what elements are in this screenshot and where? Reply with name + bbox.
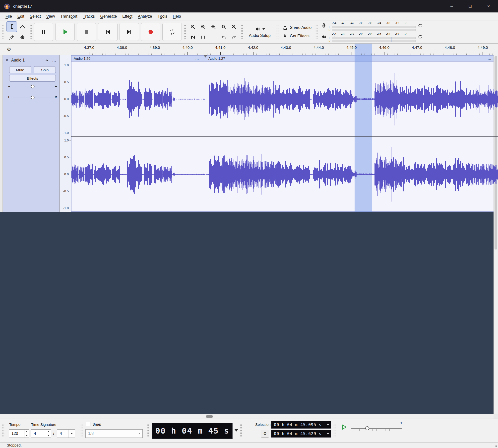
toolbar-grip[interactable] bbox=[276, 25, 279, 39]
pan-slider-thumb[interactable] bbox=[31, 96, 35, 99]
play-at-speed-button[interactable] bbox=[339, 423, 348, 431]
undo-button[interactable] bbox=[219, 32, 229, 42]
redo-button[interactable] bbox=[229, 32, 239, 42]
time-format-dropdown-icon[interactable] bbox=[235, 429, 238, 432]
horizontal-scrollbar[interactable] bbox=[0, 414, 494, 419]
zoom-toggle-button[interactable] bbox=[229, 22, 239, 32]
playback-meter[interactable]: -54-48-42-36-30-24-18-12-6 L R bbox=[321, 33, 423, 43]
timeline-ruler[interactable]: 4:37.04:38.04:39.04:40.04:41.04:42.04:43… bbox=[71, 44, 498, 55]
audio-clip[interactable]: Audio 1.26… bbox=[71, 55, 206, 212]
envelope-tool-button[interactable] bbox=[17, 21, 28, 32]
effects-button[interactable]: Effects bbox=[9, 75, 56, 82]
toolbar-grip[interactable] bbox=[2, 423, 4, 438]
track-menu-button[interactable]: … bbox=[51, 58, 58, 63]
clip-header[interactable]: Audio 1.26… bbox=[71, 56, 206, 62]
clip-header[interactable]: Audio 1.27… bbox=[206, 56, 498, 62]
chevron-down-icon bbox=[138, 433, 140, 434]
menu-generate[interactable]: Generate bbox=[97, 12, 120, 20]
amplitude-tick bbox=[69, 174, 71, 174]
share-audio-button[interactable]: Share Audio bbox=[281, 24, 313, 31]
selection-end-field[interactable]: 00 h 04 m 45.629 s bbox=[271, 430, 331, 438]
time-signature-lower-dropdown[interactable]: 4 bbox=[57, 429, 75, 438]
gain-slider[interactable]: – + bbox=[8, 84, 57, 90]
fit-selection-button[interactable] bbox=[208, 22, 218, 32]
draw-tool-button[interactable] bbox=[6, 32, 17, 43]
tempo-value[interactable]: 120 bbox=[9, 430, 24, 438]
toolbar-grip[interactable] bbox=[241, 25, 243, 39]
pan-slider[interactable]: L R bbox=[8, 95, 57, 101]
menu-tracks[interactable]: Tracks bbox=[80, 12, 97, 20]
menu-analyze[interactable]: Analyze bbox=[135, 12, 155, 20]
menu-view[interactable]: View bbox=[44, 12, 58, 20]
audio-clip[interactable]: Audio 1.27… bbox=[206, 55, 498, 212]
menu-tools[interactable]: Tools bbox=[155, 12, 170, 20]
close-button[interactable]: × bbox=[479, 0, 498, 12]
tempo-spinner[interactable]: 120 bbox=[9, 429, 29, 438]
empty-track-background bbox=[0, 212, 498, 419]
toolbar-grip[interactable] bbox=[333, 423, 336, 438]
clip-title[interactable]: Audio 1.26 bbox=[74, 57, 90, 61]
mute-button[interactable]: Mute bbox=[9, 66, 31, 73]
toolbar-grip[interactable] bbox=[184, 25, 186, 39]
stop-button[interactable] bbox=[77, 23, 96, 41]
playback-speed-slider[interactable] bbox=[351, 428, 402, 429]
vertical-scale-ruler[interactable]: 1.00.50.0-0.5-1.0 1.00.50.0-0.5-1.0 bbox=[60, 55, 71, 212]
minimize-button[interactable]: – bbox=[442, 0, 461, 12]
toolbar-grip[interactable] bbox=[30, 25, 32, 39]
selection-tool-button[interactable] bbox=[6, 21, 17, 32]
playback-speed-thumb[interactable] bbox=[365, 426, 369, 430]
track-title[interactable]: Audio 1 bbox=[11, 58, 25, 63]
time-signature-upper-spinner[interactable]: 4 bbox=[31, 429, 51, 438]
clip-menu-button[interactable]: … bbox=[195, 56, 203, 61]
track-close-button[interactable]: × bbox=[5, 58, 9, 63]
fit-project-button[interactable] bbox=[219, 22, 229, 32]
track-control-panel[interactable]: × Audio 1 … Mute Solo Effects – + bbox=[3, 55, 60, 212]
selection-start-field[interactable]: 00 h 04 m 45.095 s bbox=[271, 421, 331, 429]
playback-meter-peak-line bbox=[391, 37, 391, 42]
gain-slider-thumb[interactable] bbox=[31, 85, 35, 88]
toolbar-grip[interactable] bbox=[80, 423, 83, 438]
tempo-spin-arrows[interactable] bbox=[24, 430, 29, 438]
selection-options-button[interactable]: ⚙ bbox=[261, 430, 269, 438]
menu-effect[interactable]: Effect bbox=[120, 12, 135, 20]
audio-setup-button[interactable]: Audio Setup bbox=[245, 24, 274, 39]
chevron-down-icon bbox=[71, 433, 73, 434]
window-resize-grip[interactable] bbox=[493, 443, 497, 447]
menu-select[interactable]: Select bbox=[27, 12, 43, 20]
toolbar-grip[interactable] bbox=[315, 25, 318, 39]
tempo-label: Tempo bbox=[9, 422, 20, 427]
clip-title[interactable]: Audio 1.27 bbox=[208, 57, 225, 61]
pause-button[interactable] bbox=[34, 23, 53, 41]
snap-checkbox[interactable] bbox=[86, 422, 90, 426]
menu-edit[interactable]: Edit bbox=[15, 12, 27, 20]
record-button[interactable] bbox=[141, 23, 160, 41]
recording-meter[interactable]: -54-48-42-36-30-24-18-12-6 L R bbox=[321, 21, 423, 31]
trim-audio-button[interactable] bbox=[188, 32, 198, 42]
play-button[interactable] bbox=[55, 23, 75, 41]
menu-transport[interactable]: Transport bbox=[58, 12, 80, 20]
toolbar-grip[interactable] bbox=[2, 25, 4, 39]
horizontal-scrollbar-thumb[interactable] bbox=[206, 415, 213, 418]
skip-to-end-button[interactable] bbox=[120, 23, 139, 41]
multi-tool-button[interactable] bbox=[17, 32, 28, 43]
snap-interval-dropdown[interactable]: 1/8 bbox=[85, 429, 143, 438]
time-signature-spin-arrows[interactable] bbox=[46, 430, 51, 438]
timeline-options-button[interactable]: ⚙ bbox=[5, 45, 13, 54]
menu-file[interactable]: File bbox=[3, 12, 15, 20]
toolbar-grip[interactable] bbox=[147, 423, 149, 438]
channel-divider[interactable] bbox=[71, 136, 498, 137]
silence-audio-button[interactable] bbox=[198, 32, 208, 42]
loop-button[interactable] bbox=[162, 23, 182, 41]
solo-button[interactable]: Solo bbox=[34, 66, 56, 73]
maximize-button[interactable]: □ bbox=[461, 0, 479, 12]
track-collapse-button[interactable] bbox=[45, 58, 49, 62]
audio-position-display[interactable]: 00 h 04 m 45 s bbox=[152, 423, 233, 439]
wave-area[interactable]: Audio 1.26…Audio 1.27… bbox=[71, 55, 498, 212]
zoom-in-button[interactable] bbox=[188, 22, 198, 32]
skip-to-start-button[interactable] bbox=[98, 23, 118, 41]
toolbar-grip[interactable] bbox=[240, 423, 242, 438]
get-effects-button[interactable]: Get Effects bbox=[281, 33, 313, 40]
menu-help[interactable]: Help bbox=[170, 12, 184, 20]
zoom-out-button[interactable] bbox=[198, 22, 208, 32]
time-signature-upper-value[interactable]: 4 bbox=[31, 430, 46, 438]
